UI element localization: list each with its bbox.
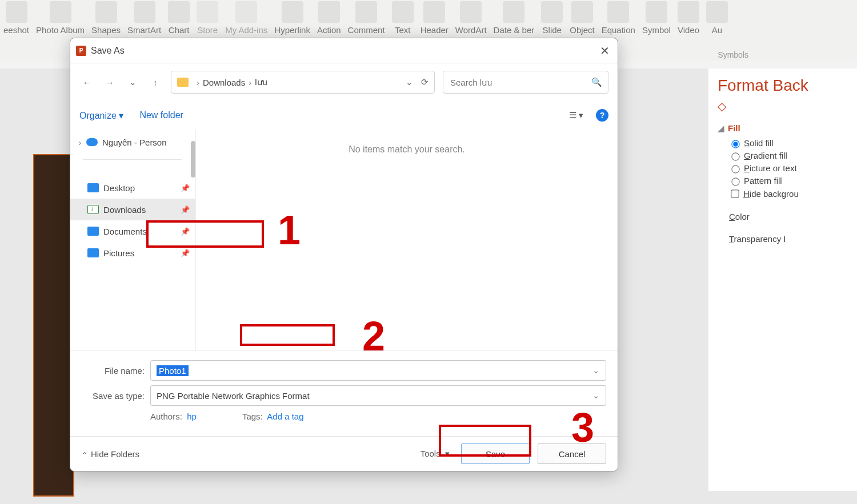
ribbon-store[interactable]: Store [197, 1, 218, 35]
tree-downloads[interactable]: Downloads📌 [70, 199, 195, 220]
file-list: No items match your search. [196, 130, 618, 350]
address-bar[interactable]: › Downloads › lưu ⌄ ⟳ [171, 71, 435, 94]
navigation-pane: › Nguyên - Person Desktop📌 Downloads📌 Do… [70, 130, 196, 350]
folder-icon [177, 78, 189, 87]
address-dropdown-icon[interactable]: ⌄ [406, 77, 413, 87]
ribbon-photo-album[interactable]: Photo Album [36, 1, 85, 35]
pattern-fill-option[interactable]: Pattern fill [729, 176, 848, 186]
ribbon-video[interactable]: Video [678, 1, 699, 35]
empty-message: No items match your search. [349, 144, 465, 155]
search-input[interactable] [449, 77, 591, 88]
close-button[interactable]: ✕ [591, 38, 618, 63]
ribbon-wordart[interactable]: WordArt [455, 1, 487, 35]
savetype-label: Save as type: [82, 391, 145, 401]
powerpoint-icon: P [76, 46, 86, 56]
pin-icon[interactable]: 📌 [181, 184, 190, 192]
savetype-select[interactable]: PNG Portable Network Graphics Format ⌄ [150, 385, 606, 406]
format-background-pane: Format Back ◇ ◢Fill Solid fill Gradient … [708, 68, 857, 491]
cloud-icon [86, 138, 98, 146]
ribbon-action[interactable]: Action [317, 1, 341, 35]
ribbon-hyperlink[interactable]: Hyperlink [274, 1, 310, 35]
authors-value[interactable]: hp [187, 412, 197, 421]
picture-fill-option[interactable]: Picture or text [729, 163, 848, 173]
ribbon-shapes[interactable]: Shapes [91, 1, 121, 35]
back-button[interactable]: ← [79, 75, 94, 90]
onedrive-node[interactable]: › Nguyên - Person [70, 133, 195, 151]
ribbon-slide[interactable]: Slide [541, 1, 563, 35]
solid-fill-option[interactable]: Solid fill [729, 138, 848, 148]
slide-image [33, 154, 74, 497]
hide-bg-option[interactable]: Hide backgrou [729, 188, 848, 199]
pin-icon[interactable]: 📌 [181, 227, 190, 236]
scrollbar-thumb[interactable] [191, 141, 195, 178]
breadcrumb-downloads[interactable]: Downloads [203, 78, 245, 87]
ribbon-addins[interactable]: My Add-ins [225, 1, 267, 35]
tree-desktop[interactable]: Desktop📌 [70, 177, 195, 199]
refresh-icon[interactable]: ⟳ [421, 77, 428, 87]
new-folder-button[interactable]: New folder [139, 110, 183, 121]
view-options-icon[interactable]: ☰ ▾ [569, 110, 583, 120]
tree-pictures[interactable]: Pictures📌 [70, 242, 195, 264]
fill-section[interactable]: Fill [728, 123, 740, 133]
up-button[interactable]: ↑ [148, 75, 163, 90]
ribbon-group-symbols: Symbols [718, 50, 748, 59]
dialog-title: Save As [91, 46, 591, 56]
tags-label: Tags: [242, 412, 263, 421]
pin-icon[interactable]: 📌 [181, 249, 190, 257]
ribbon-object[interactable]: Object [570, 1, 594, 35]
tools-menu[interactable]: Tools ▾ [421, 449, 450, 459]
pane-title: Format Back [718, 76, 848, 95]
ribbon-equation[interactable]: Equation [602, 1, 635, 35]
hide-folders-button[interactable]: Hide Folders [82, 449, 139, 459]
cancel-button[interactable]: Cancel [538, 443, 606, 464]
savetype-dropdown-icon[interactable]: ⌄ [592, 390, 600, 401]
organize-button[interactable]: Organize ▾ [79, 110, 123, 121]
transparency-option[interactable]: Transparency I [729, 234, 848, 244]
breadcrumb-luu[interactable]: lưu [255, 77, 267, 87]
forward-button[interactable]: → [102, 75, 117, 90]
ribbon-chart[interactable]: Chart [168, 1, 190, 35]
ribbon-date[interactable]: Date & ber [494, 1, 535, 35]
tags-value[interactable]: Add a tag [267, 412, 303, 421]
savetype-value: PNG Portable Network Graphics Format [157, 391, 310, 401]
ribbon-audio[interactable]: Au [706, 1, 728, 35]
tree-documents[interactable]: Documents📌 [70, 220, 195, 242]
search-box[interactable]: 🔍 [443, 71, 608, 94]
search-icon[interactable]: 🔍 [591, 77, 602, 87]
pin-icon[interactable]: 📌 [181, 205, 190, 214]
filename-dropdown-icon[interactable]: ⌄ [592, 365, 600, 376]
help-icon[interactable]: ? [596, 109, 608, 122]
authors-label: Authors: [150, 412, 182, 421]
ribbon-symbol[interactable]: Symbol [642, 1, 671, 35]
filename-input[interactable]: Photo1 ⌄ [150, 360, 606, 381]
ribbon-comment[interactable]: Comment [348, 1, 385, 35]
filename-label: File name: [82, 366, 145, 376]
recent-locations[interactable]: ⌄ [125, 75, 140, 90]
save-button[interactable]: Save [461, 443, 530, 464]
filename-value: Photo1 [157, 365, 189, 376]
bucket-icon[interactable]: ◇ [718, 99, 726, 113]
gradient-fill-option[interactable]: Gradient fill [729, 151, 848, 160]
ribbon-header[interactable]: Header [421, 1, 448, 35]
ribbon-screenshot[interactable]: eeshot [3, 1, 29, 35]
ribbon-text[interactable]: Text [392, 1, 414, 35]
save-as-dialog: P Save As ✕ ← → ⌄ ↑ › Downloads › lưu ⌄ … [70, 38, 618, 471]
color-option[interactable]: Color [729, 212, 848, 221]
ribbon-smartart[interactable]: SmartArt [127, 1, 161, 35]
